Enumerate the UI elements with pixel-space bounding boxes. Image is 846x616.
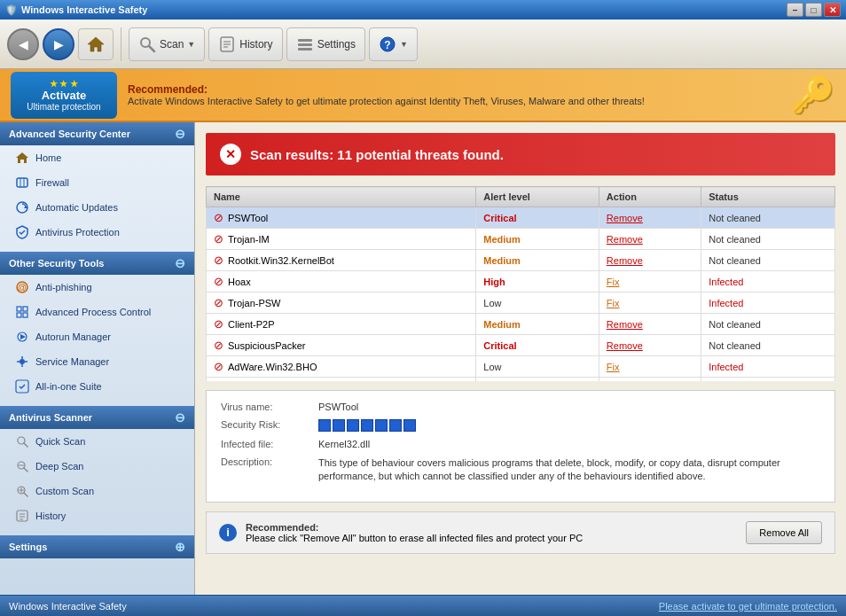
table-row[interactable]: ⊘ PSWTool Critical Remove Not cleaned: [207, 207, 835, 229]
cell-level-6: Critical: [476, 335, 599, 356]
sidebar-item-phishing[interactable]: @ Anti-phishing: [0, 275, 194, 300]
table-row[interactable]: ⊘ Client-P2P Medium Remove Not cleaned: [207, 314, 835, 335]
deep-scan-icon: [14, 458, 30, 474]
home-icon: [86, 35, 106, 54]
cell-name-1: ⊘ Trojan-IM: [207, 229, 476, 250]
close-button[interactable]: ✕: [824, 3, 841, 17]
table-row[interactable]: ⊘ Hoax High Fix Infected: [207, 271, 835, 292]
sidebar-item-antivirus[interactable]: Antivirus Protection: [0, 220, 194, 245]
help-dropdown-arrow: ▼: [400, 40, 408, 49]
table-row[interactable]: ⊘ Rootkit.Win32.KernelBot Medium Remove …: [207, 250, 835, 271]
sidebar-item-firewall[interactable]: Firewall: [0, 170, 194, 195]
cell-name-3: ⊘ Hoax: [207, 271, 476, 292]
history-button[interactable]: History: [208, 27, 282, 61]
table-row[interactable]: ⊘ Trojan-IM Medium Remove Not cleaned: [207, 229, 835, 250]
cell-status-3: Infected: [701, 271, 835, 292]
sidebar-item-process-control[interactable]: Advanced Process Control: [0, 300, 194, 324]
action-link-3[interactable]: Fix: [607, 277, 620, 287]
back-button[interactable]: ◀: [7, 28, 39, 60]
action-link-7[interactable]: Fix: [607, 362, 620, 372]
history-sidebar-icon: [14, 508, 30, 524]
action-link-2[interactable]: Remove: [607, 255, 643, 266]
activate-link[interactable]: Please activate to get ultimate protecti…: [659, 601, 837, 612]
forward-button[interactable]: ▶: [43, 28, 74, 60]
svg-marker-25: [20, 334, 26, 339]
sidebar-item-allinone[interactable]: All-in-one Suite: [0, 374, 194, 399]
cell-status-5: Not cleaned: [701, 314, 835, 335]
risk-block: [375, 419, 388, 432]
cell-action-0[interactable]: Remove: [599, 207, 701, 229]
collapse-section1-icon: ⊖: [175, 127, 185, 141]
sidebar-item-history[interactable]: History: [0, 503, 194, 528]
toolbar-separator-1: [121, 27, 121, 61]
action-link-1[interactable]: Remove: [607, 234, 643, 245]
table-row[interactable]: ⊘ SuspiciousPacker Critical Remove Not c…: [207, 335, 835, 356]
virus-name-row: Virus name: PSWTool: [221, 402, 820, 412]
detail-panel: Virus name: PSWTool Security Risk: Infec…: [206, 390, 835, 503]
help-button[interactable]: ? ▼: [369, 27, 418, 61]
sidebar-item-autorun[interactable]: Autorun Manager: [0, 324, 194, 349]
action-link-6[interactable]: Remove: [607, 340, 643, 351]
action-link-4[interactable]: Fix: [607, 298, 620, 308]
antivirus-icon: [14, 224, 30, 240]
cell-status-1: Not cleaned: [701, 229, 835, 250]
cell-name-8: ⊘ Spyware.Gen: [207, 378, 476, 382]
autorun-icon: [14, 329, 30, 345]
cell-action-3[interactable]: Fix: [599, 271, 701, 292]
phishing-icon: @: [14, 279, 30, 295]
cell-action-5[interactable]: Remove: [599, 314, 701, 335]
svg-rect-7: [298, 39, 312, 42]
risk-block: [361, 419, 373, 432]
sidebar-item-service-manager[interactable]: Service Manager: [0, 349, 194, 374]
sidebar-section-tools[interactable]: Other Security Tools ⊖: [0, 252, 194, 275]
maximize-button[interactable]: □: [805, 3, 822, 17]
table-row[interactable]: ⊘ Trojan-PSW Low Fix Infected: [207, 292, 835, 314]
cell-action-7[interactable]: Fix: [599, 356, 701, 378]
threat-icon-0: ⊘: [214, 211, 223, 224]
results-table-wrapper[interactable]: Name Alert level Action Status ⊘ PSWTool…: [206, 186, 835, 381]
action-link-0[interactable]: Remove: [607, 213, 643, 223]
rec-text: Recommended: Please click "Remove All" b…: [246, 522, 737, 543]
description-row: Description: This type of behaviour cove…: [221, 456, 820, 484]
cell-action-6[interactable]: Remove: [599, 335, 701, 356]
cell-level-0: Critical: [476, 207, 599, 229]
sidebar-section-security[interactable]: Advanced Security Center ⊖: [0, 122, 194, 145]
col-status: Status: [701, 187, 835, 207]
scan-results-header: ✕ Scan results: 11 potential threats fou…: [206, 133, 835, 175]
threat-icon-2: ⊘: [214, 253, 223, 267]
sidebar-item-deep-scan[interactable]: Deep Scan: [0, 454, 194, 479]
sidebar-item-quick-scan[interactable]: Quick Scan: [0, 429, 194, 454]
activate-star-icon: ★ ★ ★: [50, 79, 79, 89]
svg-rect-21: [23, 307, 27, 311]
activate-button[interactable]: ★ ★ ★ Activate Ultimate protection: [11, 72, 117, 119]
results-table: Name Alert level Action Status ⊘ PSWTool…: [206, 186, 835, 381]
collapse-section2-icon: ⊖: [175, 256, 185, 270]
cell-action-2[interactable]: Remove: [599, 250, 701, 271]
sidebar-item-custom-scan[interactable]: Custom Scan: [0, 479, 194, 503]
sidebar-item-updates[interactable]: Automatic Updates: [0, 195, 194, 220]
svg-text:?: ?: [384, 39, 390, 51]
table-row[interactable]: ⊘ AdWare.Win32.BHO Low Fix Infected: [207, 356, 835, 378]
home-button[interactable]: [78, 28, 114, 60]
scan-button[interactable]: Scan ▼: [129, 27, 205, 61]
cell-action-4[interactable]: Fix: [599, 292, 701, 314]
sidebar-section-settings[interactable]: Settings ⊕: [0, 535, 194, 558]
sidebar-item-home[interactable]: Home: [0, 145, 194, 170]
cell-action-1[interactable]: Remove: [599, 229, 701, 250]
threat-icon-3: ⊘: [214, 275, 223, 288]
cell-name-6: ⊘ SuspiciousPacker: [207, 335, 476, 356]
action-link-5[interactable]: Remove: [607, 319, 643, 330]
cell-level-8: Medium: [476, 378, 599, 382]
minimize-button[interactable]: –: [787, 3, 803, 17]
col-alert: Alert level: [476, 187, 599, 207]
cell-status-7: Infected: [701, 356, 835, 378]
threat-icon-7: ⊘: [214, 360, 223, 373]
cell-level-3: High: [476, 271, 599, 292]
sidebar-section-scanner[interactable]: Antivirus Scanner ⊖: [0, 406, 194, 429]
suite-icon: [14, 378, 30, 394]
cell-action-8[interactable]: Remove: [599, 378, 701, 382]
settings-button[interactable]: Settings: [286, 27, 365, 61]
remove-all-button[interactable]: Remove All: [746, 521, 822, 544]
cell-name-4: ⊘ Trojan-PSW: [207, 292, 476, 314]
table-row[interactable]: ⊘ Spyware.Gen Medium Remove Not cleaned: [207, 378, 835, 382]
